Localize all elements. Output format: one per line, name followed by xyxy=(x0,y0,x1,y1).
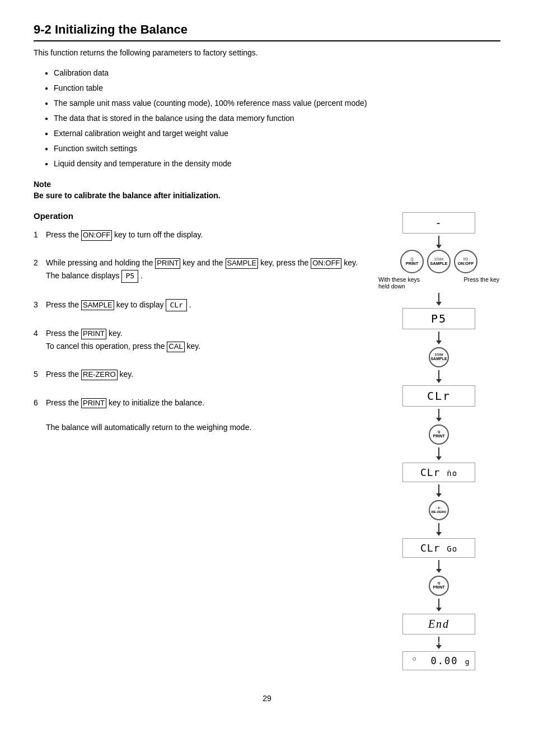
print-small-label: PRINT xyxy=(433,434,445,438)
display-clr: CLr xyxy=(166,299,186,312)
step-6-num: 6 xyxy=(34,396,46,409)
rezero-key-small-icon: →0← RE-ZERO xyxy=(429,500,449,520)
key-print-6: PRINT xyxy=(81,398,106,409)
step-3: 3 Press the SAMPLE key to display CLr . xyxy=(34,298,366,312)
key-onoff-2: ON:OFF xyxy=(311,258,341,269)
print-key-small-icon: Q PRINT xyxy=(429,424,449,445)
arrow-head xyxy=(436,493,442,497)
operation-left: Operation 1 Press the ON:OFF key to turn… xyxy=(34,211,366,671)
diag-arrow-10 xyxy=(436,637,442,649)
step-2-text: While pressing and holding the PRINT key… xyxy=(46,256,366,282)
diag-zero-display: ○ 0.00 g xyxy=(402,651,476,670)
onoff-key-label: ON:OFF xyxy=(458,261,474,266)
operation-title: Operation xyxy=(34,211,366,221)
print-key-label: PRINT xyxy=(406,261,419,266)
list-item: The sample unit mass value (counting mod… xyxy=(45,97,500,109)
press-key-label: Press the key xyxy=(463,276,499,290)
note-section: Note Be sure to calibrate the balance af… xyxy=(34,180,500,200)
arrow-head xyxy=(436,302,442,306)
sample-key-small-icon: 1/10d SAMPLE xyxy=(429,347,449,367)
diag-arrow-3 xyxy=(436,370,442,383)
step-5-num: 5 xyxy=(34,368,46,380)
step-6: 6 Press the PRINT key to initialize the … xyxy=(34,396,366,434)
list-item: Function table xyxy=(45,82,500,94)
print2-small-top: Q xyxy=(438,581,441,585)
step-4-num: 4 xyxy=(34,327,46,339)
diag-arrow-2 xyxy=(436,332,442,344)
diag-ps-display: P5 xyxy=(402,308,475,329)
step-4-text: Press the PRINT key. To cancel this oper… xyxy=(46,327,366,352)
sample-small-top: 1/10d xyxy=(434,353,443,357)
diag-dash-display: - xyxy=(402,212,475,234)
diag-arrow-0 xyxy=(436,236,442,249)
step-5-text: Press the RE-ZERO key. xyxy=(46,368,366,380)
list-item: External calibration weight and target w… xyxy=(45,128,500,139)
diag-arrow-8 xyxy=(436,560,442,573)
arrow-line xyxy=(438,637,439,642)
arrow-line xyxy=(438,599,439,608)
step-6-text: Press the PRINT key to initialize the ba… xyxy=(46,396,366,434)
arrow-head xyxy=(436,608,442,612)
arrow-line xyxy=(438,293,439,302)
diag-clr-go-display: CLr Go xyxy=(402,538,475,558)
sample-small-label: SAMPLE xyxy=(430,357,447,361)
key-print-2: PRINT xyxy=(155,258,180,269)
bullet-list: Calibration data Function table The samp… xyxy=(45,67,500,170)
rezero-small-top: →0← xyxy=(435,506,443,510)
note-text: Be sure to calibrate the balance after i… xyxy=(34,191,500,200)
diag-arrow-5 xyxy=(436,447,442,460)
arrow-head xyxy=(436,340,442,344)
step-2: 2 While pressing and holding the PRINT k… xyxy=(34,256,366,282)
arrow-line xyxy=(438,370,439,379)
arrow-line xyxy=(438,523,439,532)
arrow-line xyxy=(438,409,439,418)
sample-key-label: SAMPLE xyxy=(430,261,447,266)
key-sample-3: SAMPLE xyxy=(81,300,114,311)
print2-small-label: PRINT xyxy=(433,585,445,590)
sample-key-top: 1/10d xyxy=(434,257,444,262)
step-1-text: Press the ON:OFF key to turn off the dis… xyxy=(46,228,366,241)
list-item: Function switch settings xyxy=(45,143,500,155)
onoff-key-icon: I/O ON:OFF xyxy=(454,250,477,273)
diag-clr-no-display: CLr ṅo xyxy=(402,463,475,482)
diag-unit: g xyxy=(465,657,471,666)
operation-section: Operation 1 Press the ON:OFF key to turn… xyxy=(34,211,500,671)
with-keys-label: With these keysheld down xyxy=(378,276,420,290)
operation-right: - Q PRINT 1/10d SAMPLE I/O ON:OFF With t… xyxy=(377,211,500,671)
step-1-num: 1 xyxy=(34,228,46,241)
arrow-line xyxy=(438,236,439,245)
arrow-head xyxy=(436,456,442,460)
arrow-head xyxy=(436,645,442,649)
print-key-small-icon-2: Q PRINT xyxy=(429,576,449,596)
list-item: Liquid density and temperature in the de… xyxy=(45,158,500,170)
key-print-4: PRINT xyxy=(81,329,106,339)
step-4: 4 Press the PRINT key. To cancel this op… xyxy=(34,327,366,352)
arrow-line xyxy=(438,560,439,569)
arrow-head xyxy=(436,245,442,249)
key-rezero-5: RE-ZERO xyxy=(81,370,118,380)
arrow-line xyxy=(438,447,439,456)
diag-arrow-9 xyxy=(436,599,442,612)
print-small-top: Q xyxy=(438,430,441,434)
diag-clr-display: CLr xyxy=(402,385,475,407)
step-3-text: Press the SAMPLE key to display CLr . xyxy=(46,298,366,312)
diag-zero-dot: ○ xyxy=(413,656,417,661)
diag-arrow-1 xyxy=(436,293,442,306)
step-2-num: 2 xyxy=(34,256,46,269)
diag-arrow-6 xyxy=(436,484,442,497)
arrow-head xyxy=(436,418,442,422)
keys-row: Q PRINT 1/10d SAMPLE I/O ON:OFF xyxy=(400,250,477,273)
print-key-top: Q xyxy=(410,257,413,262)
intro-text: This function returns the following para… xyxy=(34,48,500,57)
onoff-key-top: I/O xyxy=(463,257,469,262)
diag-arrow-4 xyxy=(436,409,442,422)
arrow-line xyxy=(438,484,439,493)
sample-key-icon: 1/10d SAMPLE xyxy=(427,250,451,273)
step-1: 1 Press the ON:OFF key to turn off the d… xyxy=(34,228,366,241)
rezero-small-label: RE-ZERO xyxy=(432,510,447,514)
key-sample-2: SAMPLE xyxy=(226,258,259,269)
note-label: Note xyxy=(34,180,500,189)
list-item: The data that is stored in the balance u… xyxy=(45,113,500,124)
step-3-num: 3 xyxy=(34,298,46,311)
print-key-icon: Q PRINT xyxy=(400,250,424,273)
